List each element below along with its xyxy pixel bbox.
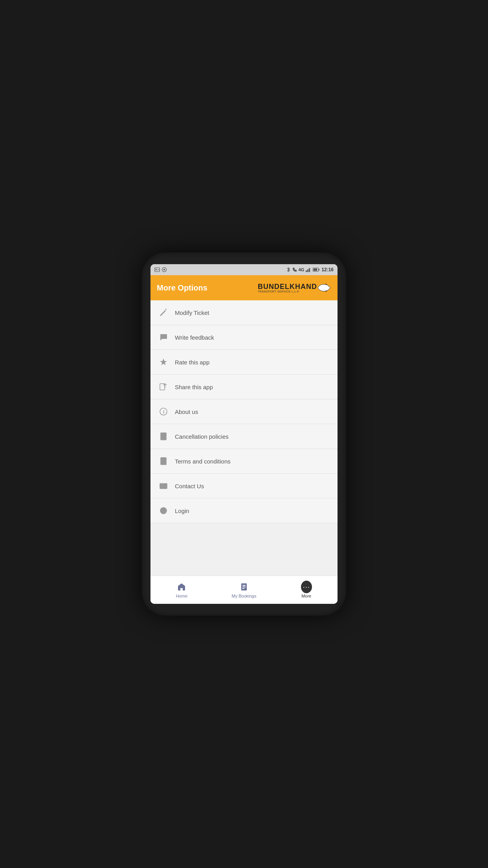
- nav-item-more[interactable]: ··· More: [275, 581, 338, 598]
- header-title: More Options: [157, 283, 207, 292]
- svg-text:i: i: [163, 409, 164, 415]
- svg-rect-25: [242, 585, 246, 586]
- more-nav-icon: ···: [301, 581, 312, 592]
- menu-item-contact-us[interactable]: Contact Us: [150, 474, 338, 498]
- menu-label-rate-app: Rate this app: [175, 359, 209, 366]
- svg-rect-5: [307, 269, 308, 272]
- document-icon: [158, 456, 169, 466]
- menu-label-modify-ticket: Modify Ticket: [175, 309, 209, 316]
- svg-rect-10: [319, 269, 319, 270]
- brand-arrow-icon: [317, 281, 331, 295]
- cancel-doc-icon: [158, 431, 169, 441]
- svg-rect-7: [310, 267, 311, 272]
- brand-name: BUNDELKHAND: [258, 283, 317, 291]
- nav-label-home: Home: [176, 594, 187, 598]
- menu-item-cancellation[interactable]: Cancellation policies: [150, 424, 338, 449]
- circle-icon: [161, 267, 167, 272]
- app-header: More Options BUNDELKHAND TRANSPORT SERVI…: [150, 275, 338, 300]
- phone-icon: [292, 267, 297, 272]
- image-icon: [154, 267, 160, 272]
- svg-point-1: [156, 268, 156, 269]
- menu-label-write-feedback: Write feedback: [175, 334, 214, 341]
- menu-item-write-feedback[interactable]: Write feedback: [150, 325, 338, 350]
- menu-item-share-app[interactable]: Share this app: [150, 375, 338, 399]
- svg-rect-4: [306, 270, 307, 272]
- svg-rect-9: [314, 268, 317, 271]
- status-right-icons: 4G 12:16: [286, 267, 334, 272]
- nav-item-my-bookings[interactable]: My Bookings: [213, 581, 275, 598]
- nav-label-my-bookings: My Bookings: [232, 594, 257, 598]
- pencil-icon: [158, 307, 169, 318]
- more-dots-circle: ···: [301, 581, 312, 593]
- menu-list: Modify Ticket Write feedback Rate this a…: [150, 300, 338, 576]
- menu-item-terms[interactable]: Terms and conditions: [150, 449, 338, 474]
- brand-logo: BUNDELKHAND TRANSPORT SERVICE L.L.P.: [258, 281, 331, 295]
- more-dots-symbol: ···: [303, 583, 310, 590]
- svg-rect-26: [242, 587, 246, 587]
- menu-item-modify-ticket[interactable]: Modify Ticket: [150, 300, 338, 325]
- menu-label-cancellation: Cancellation policies: [175, 433, 229, 440]
- mail-icon: [158, 481, 169, 491]
- bottom-nav: Home My Bookings ···: [150, 576, 338, 604]
- nav-item-home[interactable]: Home: [150, 581, 213, 598]
- bookings-nav-icon: [238, 581, 250, 592]
- power-icon: [158, 506, 169, 516]
- home-nav-icon: [176, 581, 187, 592]
- menu-label-contact-us: Contact Us: [175, 483, 204, 489]
- status-bar: 4G 12:16: [150, 264, 338, 275]
- svg-rect-6: [309, 268, 310, 272]
- phone-frame: 4G 12:16 More Options: [142, 252, 346, 616]
- share-icon: [158, 382, 169, 392]
- bluetooth-icon: [286, 267, 291, 272]
- status-left-icons: [154, 267, 167, 272]
- menu-label-terms: Terms and conditions: [175, 458, 231, 465]
- star-icon: [158, 357, 169, 367]
- nav-label-more: More: [301, 594, 311, 598]
- time-display: 12:16: [321, 267, 334, 272]
- menu-label-share-app: Share this app: [175, 384, 213, 390]
- brand-subtitle: TRANSPORT SERVICE L.L.P.: [258, 290, 300, 293]
- network-label: 4G: [299, 267, 305, 272]
- info-icon: i: [158, 406, 169, 417]
- battery-icon: [313, 267, 320, 272]
- chat-icon: [158, 332, 169, 342]
- svg-point-3: [163, 269, 165, 270]
- svg-rect-27: [242, 588, 244, 589]
- phone-screen: 4G 12:16 More Options: [150, 264, 338, 604]
- menu-item-rate-app[interactable]: Rate this app: [150, 350, 338, 375]
- menu-item-login[interactable]: Login: [150, 498, 338, 523]
- menu-label-about-us: About us: [175, 408, 198, 415]
- signal-icon: [306, 267, 311, 272]
- menu-item-about-us[interactable]: i About us: [150, 399, 338, 424]
- menu-label-login: Login: [175, 508, 189, 514]
